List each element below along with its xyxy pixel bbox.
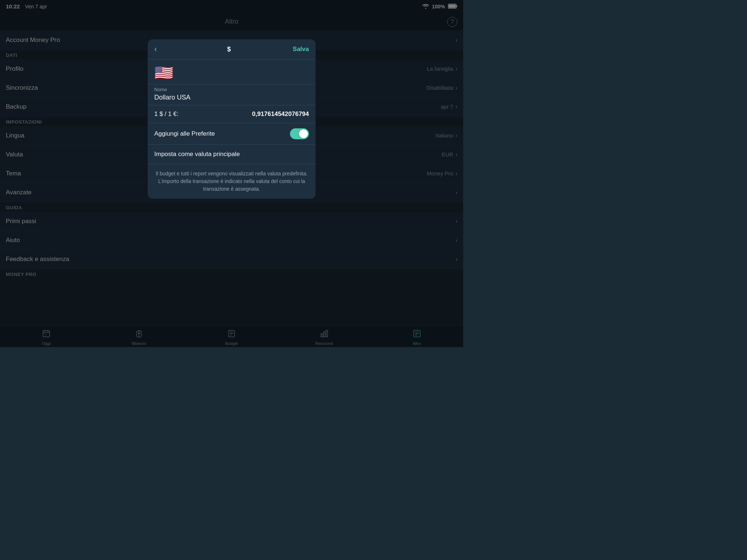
currency-detail-modal: ‹ $ Salva 🇺🇸 Nome Dollaro USA 1 $ / 1 €:… xyxy=(148,39,316,199)
set-currency-label: Imposta come valuta principale xyxy=(154,151,240,158)
rate-value: 0,917614542076794 xyxy=(252,110,309,118)
favorites-toggle-row: Aggiungi alle Preferite xyxy=(148,123,316,145)
set-main-currency-button[interactable]: Imposta come valuta principale xyxy=(148,145,316,164)
modal-body: 🇺🇸 Nome Dollaro USA 1 $ / 1 €: 0,9176145… xyxy=(148,59,316,199)
exchange-rate-row: 1 $ / 1 €: 0,917614542076794 xyxy=(148,105,316,123)
modal-back-button[interactable]: ‹ xyxy=(154,44,165,54)
favorites-toggle[interactable] xyxy=(290,128,309,139)
rate-label: 1 $ / 1 €: xyxy=(154,110,178,118)
country-flag: 🇺🇸 xyxy=(154,64,173,81)
modal-title: $ xyxy=(227,46,231,53)
currency-info-text: Il budget e tutti i report vengono visua… xyxy=(148,164,316,199)
currency-name-field[interactable]: Nome Dollaro USA xyxy=(148,85,316,105)
modal-overlay[interactable]: ‹ $ Salva 🇺🇸 Nome Dollaro USA 1 $ / 1 €:… xyxy=(0,0,463,347)
modal-save-button[interactable]: Salva xyxy=(293,46,309,53)
field-label: Nome xyxy=(154,87,309,92)
flag-row: 🇺🇸 xyxy=(148,59,316,85)
modal-header: ‹ $ Salva xyxy=(148,39,316,59)
toggle-label: Aggiungi alle Preferite xyxy=(154,130,215,137)
toggle-knob xyxy=(299,129,308,138)
field-value: Dollaro USA xyxy=(154,94,309,101)
